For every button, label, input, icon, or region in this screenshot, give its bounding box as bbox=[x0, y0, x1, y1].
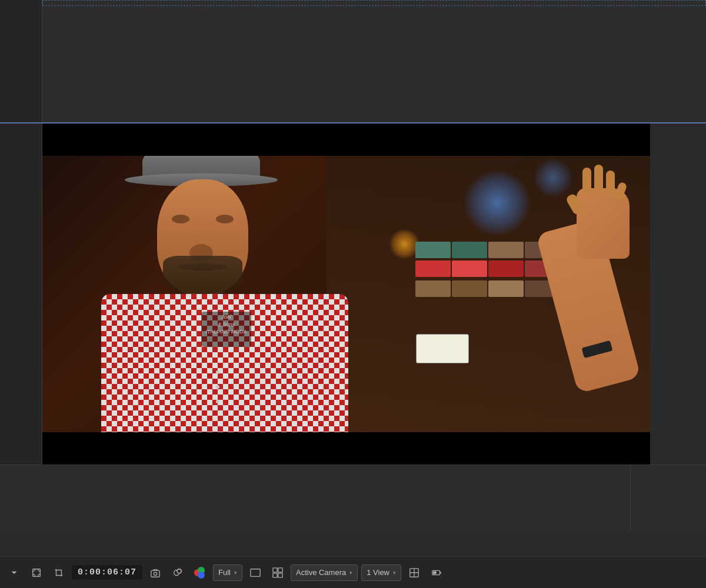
svg-rect-8 bbox=[278, 567, 282, 572]
view-count-label: 1 View bbox=[367, 568, 389, 577]
viewer-container: ESCLUSIVS GLASSES ITALIANO MODA REAL SIN… bbox=[42, 123, 650, 465]
letterbox-top bbox=[42, 123, 650, 156]
copy-frame-button[interactable] bbox=[168, 563, 187, 582]
dot-blue bbox=[198, 572, 205, 579]
grid-view-button[interactable] bbox=[268, 563, 287, 582]
bottom-panel bbox=[0, 465, 706, 532]
svg-rect-9 bbox=[273, 573, 277, 577]
video-frame[interactable]: ESCLUSIVS GLASSES ITALIANO MODA REAL SIN… bbox=[42, 123, 650, 465]
resolution-dropdown[interactable]: Full ▾ bbox=[213, 564, 242, 581]
layout-expand-button[interactable] bbox=[405, 563, 424, 582]
letterbox-bottom bbox=[42, 432, 650, 465]
crop-button[interactable] bbox=[49, 563, 68, 582]
toolbar: 0:00:06:07 Full ▾ bbox=[0, 556, 706, 588]
top-panel bbox=[0, 0, 706, 123]
color-correction-button[interactable] bbox=[191, 563, 209, 582]
camera-label: Active Camera bbox=[296, 568, 346, 577]
svg-rect-6 bbox=[251, 569, 260, 576]
view-count-chevron: ▾ bbox=[393, 570, 396, 576]
resolution-chevron: ▾ bbox=[234, 570, 237, 576]
svg-rect-10 bbox=[278, 573, 282, 577]
panel-divider bbox=[630, 465, 631, 532]
bokeh-blue-large bbox=[462, 171, 532, 235]
view-count-dropdown[interactable]: 1 View ▾ bbox=[361, 564, 401, 581]
render-button[interactable] bbox=[427, 563, 446, 582]
resolution-label: Full bbox=[218, 568, 231, 577]
svg-point-2 bbox=[154, 572, 156, 575]
snapshot-button[interactable] bbox=[146, 563, 165, 582]
svg-rect-7 bbox=[273, 567, 277, 572]
svg-rect-13 bbox=[434, 572, 437, 574]
frame-button[interactable] bbox=[27, 563, 46, 582]
svg-rect-1 bbox=[151, 570, 159, 577]
left-panel bbox=[0, 123, 42, 465]
timecode-display[interactable]: 0:00:06:07 bbox=[72, 565, 142, 580]
viewer-dropdown-button[interactable] bbox=[5, 563, 24, 582]
top-panel-header bbox=[42, 0, 706, 6]
svg-rect-0 bbox=[33, 569, 41, 576]
camera-dropdown[interactable]: Active Camera ▾ bbox=[291, 564, 358, 581]
person-beard bbox=[163, 256, 242, 294]
camera-chevron: ▾ bbox=[349, 570, 352, 576]
bokeh-blue-small bbox=[532, 159, 574, 197]
frame-view-button[interactable] bbox=[246, 563, 265, 582]
color-dots-icon bbox=[192, 564, 208, 581]
person-hand bbox=[577, 188, 630, 259]
top-panel-left bbox=[0, 0, 42, 122]
